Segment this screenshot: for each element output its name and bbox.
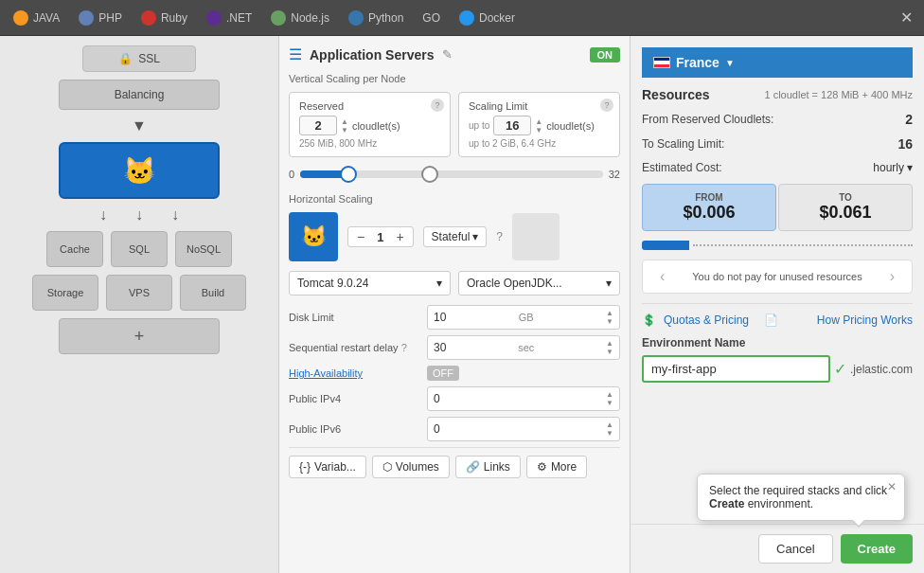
prev-arrow-icon[interactable]: ‹: [654, 268, 670, 285]
jdk-version-dropdown[interactable]: Oracle OpenJDK... ▾: [458, 271, 620, 295]
nosql-label: NoSQL: [187, 243, 221, 255]
reserved-value[interactable]: 2: [299, 116, 337, 135]
tab-php[interactable]: PHP: [69, 5, 132, 31]
java-icon: [13, 10, 28, 26]
stateful-help-icon[interactable]: ?: [496, 230, 503, 243]
ipv4-input[interactable]: 0 ▲▼: [427, 386, 620, 411]
section-title: Application Servers: [310, 47, 435, 63]
language-tabs: JAVA PHP Ruby .NET Node.js Python GO Doc…: [0, 0, 924, 36]
high-avail-link[interactable]: High-Availability: [289, 367, 421, 379]
tab-java-label: JAVA: [33, 11, 60, 25]
stateful-dropdown[interactable]: Stateful ▾: [423, 226, 488, 247]
php-icon: [79, 10, 94, 26]
seq-help-icon[interactable]: ?: [401, 342, 407, 353]
tab-ruby-label: Ruby: [161, 11, 187, 25]
nosql-node[interactable]: NoSQL: [175, 231, 232, 267]
tab-ruby[interactable]: Ruby: [132, 5, 197, 31]
slider-reserved-thumb[interactable]: [340, 166, 357, 183]
how-pricing-link[interactable]: How Pricing Works: [817, 313, 913, 327]
links-button[interactable]: 🔗 Links: [455, 456, 521, 478]
sql-node[interactable]: SQL: [111, 231, 168, 267]
scaling-value[interactable]: 16: [493, 116, 531, 135]
slider-fill: [300, 170, 346, 178]
add-layer-button[interactable]: +: [59, 318, 220, 354]
estimated-cost-row: Estimated Cost: hourly ▾: [642, 161, 913, 174]
reserved-spinner[interactable]: ▲▼: [341, 117, 348, 134]
stepper-minus-button[interactable]: −: [354, 229, 367, 244]
jdk-version-label: Oracle OpenJDK...: [467, 277, 562, 290]
tab-nodejs-label: Node.js: [291, 11, 329, 25]
ssl-box[interactable]: 🔒 SSL: [82, 45, 196, 72]
env-name-input[interactable]: [642, 355, 830, 383]
cancel-button[interactable]: Cancel: [758, 534, 832, 564]
slider-track[interactable]: [300, 170, 603, 178]
stepper-value: 1: [371, 230, 389, 244]
ipv6-input[interactable]: 0 ▲▼: [427, 417, 620, 441]
tab-python[interactable]: Python: [339, 5, 413, 31]
disk-limit-input[interactable]: 10 GB ▲▼: [427, 305, 620, 330]
tooltip-box: ✕ Select the required stacks and click C…: [697, 474, 905, 521]
section-header: ☰ Application Servers ✎ ON: [289, 45, 620, 63]
tooltip-close-button[interactable]: ✕: [887, 480, 897, 493]
from-cloudlets-row: From Reserved Cloudlets: 2: [642, 112, 913, 127]
resources-header: Resources 1 cloudlet = 128 MiB + 400 MHz: [642, 87, 913, 102]
next-arrow-icon[interactable]: ›: [884, 268, 900, 285]
more-button[interactable]: ⚙ More: [526, 456, 587, 478]
ruby-icon: [141, 10, 156, 26]
quotas-pricing-link[interactable]: Quotas & Pricing: [664, 313, 749, 327]
reserved-label: Reserved: [299, 100, 440, 112]
scaling-greyed-icon: [512, 213, 560, 260]
tab-net[interactable]: .NET: [197, 5, 261, 31]
vps-node[interactable]: VPS: [106, 275, 172, 311]
balancing-box[interactable]: Balancing: [59, 80, 220, 110]
cost-progress-row: [642, 241, 913, 250]
tab-net-label: .NET: [226, 11, 252, 25]
ipv6-spinner[interactable]: ▲▼: [606, 421, 613, 438]
tab-docker[interactable]: Docker: [450, 5, 524, 31]
env-domain-suffix: .jelastic.com: [850, 363, 913, 376]
tab-docker-label: Docker: [479, 11, 515, 25]
arrow-sql-icon: ↓: [135, 206, 143, 224]
tab-go[interactable]: GO: [413, 6, 450, 30]
volumes-button[interactable]: ⬡ Volumes: [372, 456, 450, 478]
tab-nodejs[interactable]: Node.js: [261, 5, 339, 31]
billing-period-dropdown[interactable]: hourly ▾: [873, 161, 913, 174]
build-node[interactable]: Build: [180, 275, 246, 311]
tab-java[interactable]: JAVA: [4, 5, 69, 31]
high-avail-toggle[interactable]: OFF: [427, 366, 459, 381]
stepper-plus-button[interactable]: +: [393, 229, 406, 244]
balancing-label: Balancing: [115, 88, 165, 101]
edit-icon[interactable]: ✎: [442, 47, 453, 62]
scaling-spinner[interactable]: ▲▼: [535, 117, 542, 134]
close-button[interactable]: ✕: [893, 5, 920, 30]
scaling-help-icon[interactable]: ?: [600, 98, 613, 112]
reserved-help-icon[interactable]: ?: [431, 98, 444, 112]
slider-min: 0: [289, 169, 294, 180]
seq-restart-row: Sequential restart delay ? 30 sec ▲▼: [289, 335, 620, 360]
slider-limit-thumb[interactable]: [421, 166, 438, 183]
ipv6-label: Public IPv6: [289, 423, 421, 435]
ipv6-value: 0: [434, 422, 440, 436]
arrow-nosql-icon: ↓: [171, 206, 179, 224]
disk-spinner[interactable]: ▲▼: [606, 309, 613, 326]
dropdowns-row: Tomcat 9.0.24 ▾ Oracle OpenJDK... ▾: [289, 271, 620, 295]
resources-title: Resources: [642, 87, 710, 102]
volumes-icon: ⬡: [382, 460, 392, 474]
env-name-label: Environment Name: [642, 336, 913, 349]
storage-label: Storage: [47, 287, 84, 298]
cache-node[interactable]: Cache: [46, 231, 103, 267]
region-dropdown[interactable]: France ▼: [642, 47, 913, 78]
seq-spinner[interactable]: ▲▼: [606, 339, 613, 356]
seq-restart-input[interactable]: 30 sec ▲▼: [427, 335, 620, 360]
variables-button[interactable]: {-} Variab...: [289, 456, 366, 478]
scaling-unit: cloudlet(s): [546, 120, 595, 132]
storage-node[interactable]: Storage: [32, 275, 98, 311]
tomcat-version-dropdown[interactable]: Tomcat 9.0.24 ▾: [289, 271, 451, 295]
app-server-box[interactable]: 🐱: [59, 142, 220, 199]
horizontal-scaling-section: Horizontal Scaling 🐱 − 1 + Stateful ▾ ?: [289, 193, 620, 261]
create-button[interactable]: Create: [841, 534, 913, 564]
jdk-chevron-icon: ▾: [606, 277, 612, 290]
env-name-section: Environment Name ✓ .jelastic.com: [642, 336, 913, 383]
on-off-toggle[interactable]: ON: [590, 47, 621, 63]
ipv4-spinner[interactable]: ▲▼: [606, 390, 613, 407]
